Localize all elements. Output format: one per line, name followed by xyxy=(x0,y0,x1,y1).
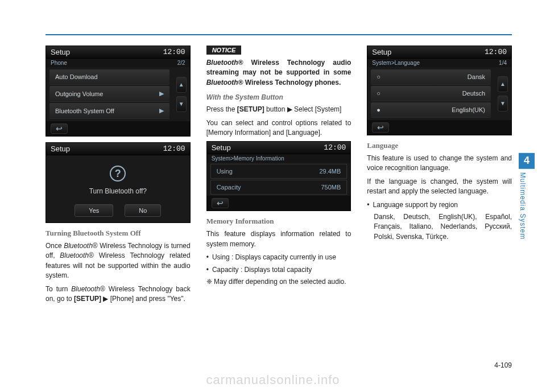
column-3: Setup 12:00 System>Language 1/4 ○ Dansk … xyxy=(367,46,512,307)
chapter-number: 4 xyxy=(519,152,535,168)
scroll-down-button[interactable]: ▼ xyxy=(176,96,187,112)
setup-phone-screen: Setup 12:00 Phone 2/2 Auto Download Outg… xyxy=(46,46,191,137)
menu-item-bluetooth-off[interactable]: Bluetooth System Off ▶ xyxy=(49,103,169,119)
menu-item-outgoing-volume[interactable]: Outgoing Volume ▶ xyxy=(49,86,169,102)
screen-body: ○ Dansk ○ Deutsch ● English(UK) ▲ ▼ xyxy=(367,67,511,120)
screen-clock: 12:00 xyxy=(163,48,185,56)
heading-memory-information: Memory Information xyxy=(206,217,351,226)
screen-title: Setup xyxy=(372,48,391,56)
bullet-list: •Language support by region xyxy=(367,200,512,210)
screen-clock: 12:00 xyxy=(324,143,346,152)
breadcrumb: Phone xyxy=(51,60,67,66)
setup-memory-screen: Setup 12:00 System>Memory Information Us… xyxy=(206,141,351,211)
menu-label: Auto Download xyxy=(55,73,98,80)
dialog-body: ? Turn Bluetooth off? xyxy=(46,155,190,201)
breadcrumb: System>Language xyxy=(372,60,420,66)
paragraph: If the language is changed, the system w… xyxy=(367,177,512,197)
menu-label: Deutsch xyxy=(462,90,485,97)
breadcrumb: System>Memory Information xyxy=(212,155,284,162)
language-list: Dansk, Deutsch, English(UK), Español, Fr… xyxy=(367,212,512,242)
menu-label: Outgoing Volume xyxy=(55,90,103,97)
value: 750MB xyxy=(321,184,341,191)
back-icon[interactable]: ↩ xyxy=(372,122,389,133)
list-item: •Language support by region xyxy=(367,200,512,210)
dialog-text: Turn Bluetooth off? xyxy=(51,187,185,195)
page-indicator: 1/4 xyxy=(499,60,507,66)
page-indicator: 2/2 xyxy=(177,60,185,66)
screen-list: ○ Dansk ○ Deutsch ● English(UK) xyxy=(367,67,494,120)
scroll-up-button[interactable]: ▲ xyxy=(498,76,508,92)
notice-badge: NOTICE xyxy=(206,46,242,55)
memory-capacity-row: Capacity 750MB xyxy=(210,180,348,195)
back-icon[interactable]: ↩ xyxy=(212,198,229,208)
column-1: Setup 12:00 Phone 2/2 Auto Download Outg… xyxy=(46,46,191,307)
label: Capacity xyxy=(217,184,241,191)
paragraph: This feature displays information relate… xyxy=(206,229,351,249)
chevron-right-icon: ▶ xyxy=(159,107,164,114)
screen-breadcrumb-row: Phone 2/2 xyxy=(46,59,190,67)
page-number: 4-109 xyxy=(494,361,512,369)
heading-language: Language xyxy=(367,141,512,150)
menu-label: English(UK) xyxy=(452,106,485,113)
screen-header: Setup 12:00 xyxy=(46,143,190,155)
screen-footer: ↩ xyxy=(46,121,190,136)
scroll-arrows: ▲ ▼ xyxy=(173,67,190,121)
language-option-english-uk[interactable]: ● English(UK) xyxy=(371,102,491,118)
bullet-list: •Using : Displays capacity currently in … xyxy=(206,253,351,275)
column-2: NOTICE Bluetooth® Wireless Technology au… xyxy=(206,46,351,307)
screen-clock: 12:00 xyxy=(485,48,507,56)
screen-breadcrumb-row: System>Language 1/4 xyxy=(367,59,511,67)
scroll-down-button[interactable]: ▼ xyxy=(498,96,508,112)
memory-using-row: Using 29.4MB xyxy=(210,164,348,179)
screen-list: Auto Download Outgoing Volume ▶ Bluetoot… xyxy=(46,67,173,121)
screen-header: Setup 12:00 xyxy=(46,46,190,59)
paragraph: This feature is used to change the syste… xyxy=(367,154,512,174)
screen-clock: 12:00 xyxy=(163,145,185,153)
language-option-deutsch[interactable]: ○ Deutsch xyxy=(371,86,491,101)
chapter-tab: 4 Multimedia System xyxy=(519,152,535,239)
subheading-system-button: With the System Button xyxy=(206,93,351,101)
question-icon: ? xyxy=(110,166,126,181)
watermark: carmanualsonline.info xyxy=(206,373,340,387)
screen-title: Setup xyxy=(212,143,231,152)
top-rule xyxy=(46,34,512,35)
dialog-buttons: Yes No xyxy=(46,201,190,222)
screen-body: Auto Download Outgoing Volume ▶ Bluetoot… xyxy=(46,67,190,121)
menu-item-auto-download[interactable]: Auto Download xyxy=(49,69,169,85)
scroll-arrows: ▲ ▼ xyxy=(494,67,511,120)
bullet-icon: • xyxy=(206,265,209,275)
heading-turning-bluetooth-off: Turning Bluetooth System Off xyxy=(46,229,191,238)
label: Using xyxy=(217,168,233,175)
screen-breadcrumb-row: System>Memory Information xyxy=(207,154,351,163)
screen-header: Setup 12:00 xyxy=(367,46,511,59)
manual-page: Setup 12:00 Phone 2/2 Auto Download Outg… xyxy=(0,0,546,392)
radio-icon: ● xyxy=(377,106,384,113)
chapter-label: Multimedia System xyxy=(519,172,527,239)
bullet-icon: • xyxy=(206,253,209,262)
paragraph: Press the [SETUP] button ▶ Select [Syste… xyxy=(206,105,351,114)
chevron-right-icon: ▶ xyxy=(159,90,164,97)
menu-label: Bluetooth System Off xyxy=(55,108,114,114)
language-option-dansk[interactable]: ○ Dansk xyxy=(371,69,491,85)
radio-icon: ○ xyxy=(377,90,384,97)
back-icon[interactable]: ↩ xyxy=(51,123,68,134)
setup-language-screen: Setup 12:00 System>Language 1/4 ○ Dansk … xyxy=(367,46,512,135)
bullet-icon: • xyxy=(367,200,369,210)
paragraph: Once Bluetooth® Wireless Technology is t… xyxy=(46,241,191,281)
yes-button[interactable]: Yes xyxy=(75,204,113,217)
screen-title: Setup xyxy=(51,48,70,56)
no-button[interactable]: No xyxy=(125,204,161,217)
list-item: •Using : Displays capacity currently in … xyxy=(206,253,351,262)
radio-icon: ○ xyxy=(377,73,384,80)
screen-header: Setup 12:00 xyxy=(207,142,351,154)
columns: Setup 12:00 Phone 2/2 Auto Download Outg… xyxy=(46,46,512,307)
paragraph: To turn Bluetooth® Wireless Technology b… xyxy=(46,284,191,304)
menu-label: Dansk xyxy=(468,73,485,80)
setup-dialog-screen: Setup 12:00 ? Turn Bluetooth off? Yes No xyxy=(46,142,191,223)
value: 29.4MB xyxy=(319,168,341,175)
screen-title: Setup xyxy=(51,145,70,153)
list-item: •Capacity : Displays total capacity xyxy=(206,265,351,275)
screen-footer: ↩ xyxy=(207,196,351,211)
scroll-up-button[interactable]: ▲ xyxy=(176,77,187,93)
paragraph: You can select and control options relat… xyxy=(206,118,351,138)
